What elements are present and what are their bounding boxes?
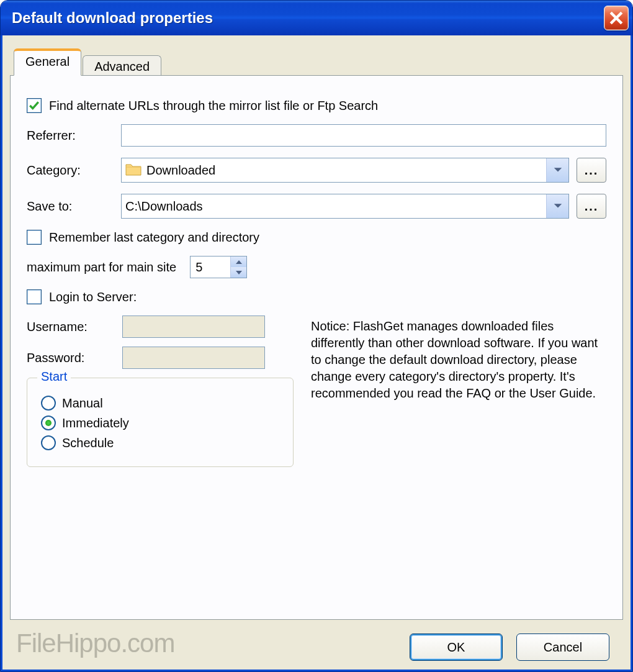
username-input[interactable] <box>122 316 265 338</box>
close-button[interactable] <box>604 6 629 30</box>
category-label: Category: <box>27 163 114 178</box>
login-checkbox[interactable] <box>27 289 42 304</box>
category-browse-button[interactable]: ... <box>577 158 606 183</box>
radio-icon <box>41 396 56 411</box>
close-icon <box>609 11 623 25</box>
radio-icon <box>41 435 56 450</box>
chevron-down-icon <box>546 158 568 182</box>
category-value: Downloaded <box>146 163 546 178</box>
find-alternate-label: Find alternate URLs through the mirror l… <box>49 99 378 113</box>
radio-schedule-label: Schedule <box>62 436 114 450</box>
radio-immediately-label: Immediately <box>62 416 129 430</box>
client-area: General Advanced Find alternate URLs thr… <box>1 35 632 671</box>
saveto-label: Save to: <box>27 199 114 214</box>
username-label: Username: <box>27 320 114 334</box>
cancel-button[interactable]: Cancel <box>516 633 609 661</box>
window-title: Default download properties <box>12 9 213 27</box>
password-input[interactable] <box>122 347 265 369</box>
radio-manual-label: Manual <box>62 396 103 411</box>
max-part-input[interactable] <box>191 257 230 278</box>
referrer-input[interactable] <box>121 124 606 147</box>
password-label: Password: <box>27 351 114 365</box>
folder-icon <box>125 162 141 179</box>
saveto-value: C:\Downloads <box>125 199 546 214</box>
referrer-label: Referrer: <box>27 129 114 143</box>
tab-advanced[interactable]: Advanced <box>83 55 161 78</box>
credentials-panel: Username: Password: Start Manual <box>27 316 294 467</box>
radio-schedule[interactable]: Schedule <box>41 435 279 450</box>
start-group-title: Start <box>37 370 71 384</box>
max-part-spinner[interactable] <box>190 256 247 278</box>
ok-button[interactable]: OK <box>410 633 503 661</box>
login-label: Login to Server: <box>49 290 137 304</box>
find-alternate-checkbox[interactable] <box>27 98 42 113</box>
remember-checkbox[interactable] <box>27 230 42 245</box>
button-bar: OK Cancel <box>10 620 623 661</box>
tabpanel-general: Find alternate URLs through the mirror l… <box>10 75 623 620</box>
category-combo[interactable]: Downloaded <box>121 158 569 183</box>
radio-icon <box>41 415 56 430</box>
tabstrip: General Advanced <box>10 48 623 75</box>
remember-label: Remember last category and directory <box>49 230 259 245</box>
saveto-combo[interactable]: C:\Downloads <box>121 194 569 219</box>
titlebar: Default download properties <box>1 1 632 35</box>
tab-general[interactable]: General <box>14 48 81 76</box>
dialog-window: Default download properties General Adva… <box>0 0 633 672</box>
start-groupbox: Start Manual Immediately Schedule <box>27 378 294 467</box>
spinner-down-button[interactable] <box>230 267 246 278</box>
radio-manual[interactable]: Manual <box>41 396 279 411</box>
spinner-up-button[interactable] <box>230 257 246 267</box>
max-part-label: maximum part for main site <box>27 260 176 275</box>
saveto-browse-button[interactable]: ... <box>577 194 606 219</box>
radio-immediately[interactable]: Immediately <box>41 415 279 430</box>
notice-text: Notice: FlashGet manages downloaded file… <box>311 316 606 467</box>
chevron-down-icon <box>546 194 568 218</box>
checkmark-icon <box>29 100 40 111</box>
